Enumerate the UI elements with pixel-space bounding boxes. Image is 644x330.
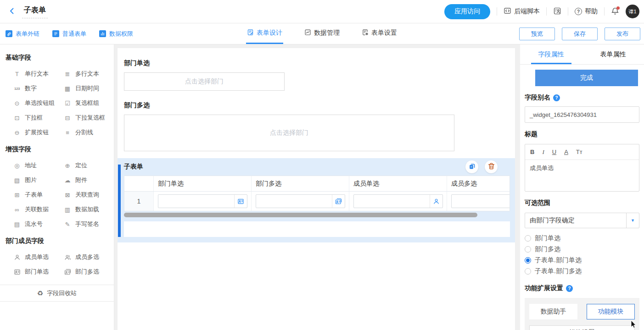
tab-form-settings[interactable]: 表单设置: [361, 23, 398, 44]
departments-icon[interactable]: [332, 195, 345, 208]
sidebar-item-linked-query[interactable]: ⊠关联查询: [63, 187, 114, 202]
tab-form-settings-label: 表单设置: [371, 29, 397, 37]
tab-data-manage-label: 数据管理: [314, 29, 340, 37]
title-editor: B I U A Tт 成员单选: [525, 144, 639, 192]
module-settings-button[interactable]: 模块设置: [529, 325, 635, 330]
sidebar-item-multi-text[interactable]: ≣多行文本: [63, 66, 114, 81]
form-card: 部门单选 点击选择部门 部门多选 点击选择部门 子表单: [118, 48, 515, 330]
member-single-cell-input[interactable]: [353, 194, 443, 208]
avatar[interactable]: 谭1: [626, 5, 639, 18]
sidebar-item-single-text[interactable]: T单行文本: [13, 66, 63, 81]
delete-widget-button[interactable]: [485, 160, 498, 173]
panel-tabs: 字段属性 表单属性: [520, 44, 644, 65]
sidebar-item-dept-single[interactable]: 部门单选: [13, 264, 63, 279]
dept-member-fields-grid: 成员单选 成员多选 部门单选 部门多选: [0, 250, 114, 279]
sidebar-item-datetime[interactable]: ▦日期时间: [63, 81, 114, 96]
app-header: 子表单 应用访问 后端脚本 ? 帮助 谭1: [0, 0, 644, 23]
external-link-icon: [6, 30, 12, 37]
data-permission-button[interactable]: 数据权限: [99, 30, 133, 38]
font-color-button[interactable]: A: [564, 148, 568, 155]
page-title[interactable]: 子表单: [22, 5, 48, 18]
backend-script-button[interactable]: 后端脚本: [504, 7, 540, 16]
contacts-button[interactable]: [553, 7, 561, 16]
field-sidebar: 基础字段 T单行文本 ≣多行文本 123数字 ▦日期时间 ⊙单选按钮组 ☑复选框…: [0, 44, 114, 330]
help-badge-icon[interactable]: ?: [553, 94, 560, 101]
range-select[interactable]: 由部门字段确定 ▼: [525, 213, 639, 228]
sidebar-item-signature[interactable]: ✎手写签名: [63, 217, 114, 231]
sidebar-item-select[interactable]: ⊡下拉框: [13, 110, 63, 125]
plain-form-button[interactable]: 普通表单: [52, 30, 86, 38]
sidebar-item-linked-data[interactable]: ∞关联数据: [13, 202, 63, 217]
tab-data-manage[interactable]: 数据管理: [303, 23, 341, 44]
sidebar-item-member-single[interactable]: 成员单选: [13, 250, 63, 264]
preview-button[interactable]: 预览: [519, 28, 555, 40]
sidebar-item-image[interactable]: ▧图片: [13, 173, 63, 187]
alias-label: 字段别名: [525, 94, 550, 102]
sidebar-item-dept-multi[interactable]: 部门多选: [63, 264, 114, 279]
external-link-button[interactable]: 表单外链: [6, 30, 39, 38]
dept-single-cell-input[interactable]: [158, 194, 247, 208]
code-icon: [504, 7, 511, 16]
dept-multi-picker[interactable]: 点击选择部门: [124, 115, 454, 151]
radio-group-icon: ⊙: [13, 100, 21, 107]
title-textarea[interactable]: 成员单选: [525, 160, 639, 191]
subform-hscrollbar: [124, 213, 510, 217]
sidebar-item-divider-field[interactable]: ≡分割线: [63, 125, 114, 140]
underline-button[interactable]: U: [552, 148, 556, 155]
row-number-header: [124, 176, 154, 191]
app-access-button[interactable]: 应用访问: [444, 4, 490, 19]
sidebar-item-serial-number[interactable]: ▤流水号: [13, 217, 63, 231]
column-header: 成员单选: [349, 176, 447, 191]
scrollbar-thumb[interactable]: [124, 213, 477, 217]
subform-widget-selected[interactable]: 子表单 部门单选 部门多选 成员单选: [118, 158, 515, 242]
single-text-icon: T: [13, 71, 21, 77]
sidebar-item-address[interactable]: ◎地址: [13, 158, 63, 173]
column-header: 部门单选: [154, 176, 252, 191]
sidebar-item-member-multi[interactable]: 成员多选: [63, 250, 114, 264]
sidebar-item-location[interactable]: ⊕定位: [63, 158, 114, 173]
tab-form-properties[interactable]: 表单属性: [582, 44, 644, 64]
radio-subform-dept-multi[interactable]: 子表单.部门多选: [525, 266, 639, 277]
sidebar-item-extend-button[interactable]: ⊖扩展按钮: [13, 125, 63, 140]
tab-field-properties[interactable]: 字段属性: [520, 44, 582, 64]
enhanced-fields-grid: ◎地址 ⊕定位 ▧图片 ☁附件 ⊞子表单 ⊠关联查询 ∞关联数据 ▥数据加载 ▤…: [0, 158, 114, 231]
alias-input[interactable]: _widget_1625476304931: [525, 106, 639, 123]
copy-widget-button[interactable]: [465, 160, 478, 173]
sidebar-item-checkbox-group[interactable]: ☑复选框组: [63, 96, 114, 110]
publish-button[interactable]: 发布: [605, 28, 640, 40]
italic-button[interactable]: I: [542, 148, 544, 156]
radio-dept-single[interactable]: 部门单选: [525, 233, 639, 244]
member-multi-cell-input[interactable]: [451, 194, 510, 208]
tab-form-design[interactable]: 表单设计: [246, 23, 283, 44]
help-badge-icon[interactable]: ?: [566, 285, 573, 292]
field-recycle-bin[interactable]: ♻ 字段回收站: [0, 285, 114, 302]
section-title-enhanced: 增强字段: [0, 140, 114, 158]
departments-icon: [63, 269, 72, 275]
radio-dept-multi[interactable]: 部门多选: [525, 244, 639, 255]
data-assistant-button[interactable]: 数据助手: [529, 304, 577, 319]
subform-icon: ⊞: [13, 192, 21, 198]
department-icon[interactable]: [234, 195, 247, 208]
person-icon[interactable]: [430, 195, 442, 208]
column-header: 成员多选: [447, 176, 510, 191]
sidebar-item-data-load[interactable]: ▥数据加载: [63, 202, 114, 217]
bold-button[interactable]: B: [530, 148, 534, 155]
sidebar-item-attachment[interactable]: ☁附件: [63, 173, 114, 187]
font-size-button[interactable]: Tт: [576, 148, 582, 155]
help-button[interactable]: ? 帮助: [575, 7, 598, 16]
done-button[interactable]: 完成: [535, 70, 638, 86]
sidebar-item-multi-select[interactable]: ⊟下拉复选框: [63, 110, 114, 125]
radio-subform-dept-single[interactable]: 子表单.部门单选: [525, 255, 639, 266]
back-button[interactable]: [6, 6, 17, 17]
sidebar-item-number[interactable]: 123数字: [13, 81, 63, 96]
dept-single-picker[interactable]: 点击选择部门: [124, 72, 285, 91]
toolbar-links: 表单外链 普通表单 数据权限: [0, 23, 133, 44]
trash-icon: [487, 162, 495, 171]
function-module-button[interactable]: 功能模块: [587, 304, 635, 319]
notifications-button[interactable]: [611, 7, 619, 16]
sidebar-item-radio-group[interactable]: ⊙单选按钮组: [13, 96, 63, 110]
save-button[interactable]: 保存: [562, 28, 598, 40]
sidebar-item-subform[interactable]: ⊞子表单: [13, 187, 63, 202]
properties-panel: 字段属性 表单属性 完成 字段别名 ? _widget_162547630493…: [520, 44, 644, 330]
dept-multi-cell-input[interactable]: [256, 194, 345, 208]
